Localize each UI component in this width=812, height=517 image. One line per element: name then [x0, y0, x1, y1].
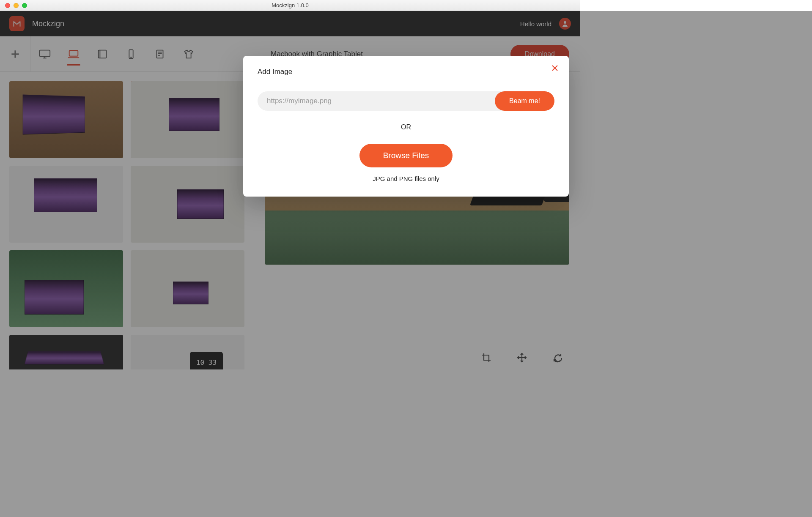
close-button[interactable]: [551, 64, 559, 74]
image-url-input[interactable]: [267, 97, 495, 105]
browse-files-button[interactable]: Browse Files: [359, 144, 453, 167]
file-type-note: JPG and PNG files only: [258, 175, 554, 182]
close-icon: [551, 64, 559, 72]
url-input-row: Beam me!: [258, 91, 554, 111]
or-divider: OR: [258, 123, 554, 131]
window-title: Mockzign 1.0.0: [0, 2, 580, 8]
modal-title: Add Image: [258, 68, 554, 76]
beam-button[interactable]: Beam me!: [495, 91, 554, 111]
add-image-modal: Add Image Beam me! OR Browse Files JPG a…: [243, 56, 569, 197]
window-titlebar: Mockzign 1.0.0: [0, 0, 580, 11]
